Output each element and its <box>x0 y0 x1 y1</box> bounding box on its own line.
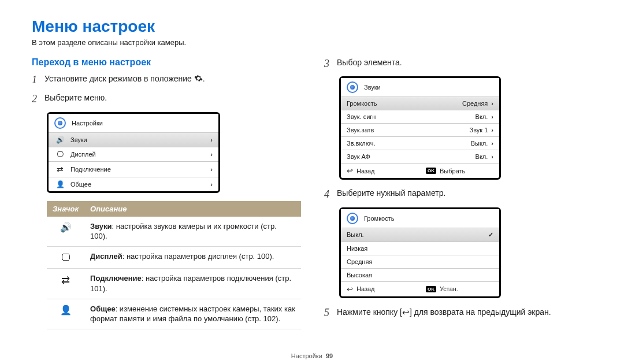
right-column: 3 Выбор элемента. Звуки Громкость Средня… <box>324 57 592 329</box>
step-number: 2 <box>32 92 44 106</box>
step-number: 4 <box>324 188 337 201</box>
step-5-suffix: ] для возврата на предыдущий экран. <box>410 307 551 317</box>
chevron-right-icon: › <box>491 100 493 107</box>
menu-item-connection[interactable]: Подключение › <box>49 161 218 177</box>
table-row: Подключение: настройка параметров подклю… <box>47 269 301 299</box>
step-number: 3 <box>324 57 337 70</box>
selector-icon <box>347 81 358 93</box>
step-3-text: Выбор элемента. <box>337 57 402 69</box>
step-1-text: Установите диск режимов в положение <box>44 74 192 83</box>
return-icon <box>402 307 410 317</box>
speaker-icon <box>47 217 84 247</box>
display-icon <box>54 150 66 158</box>
menu-item-display[interactable]: Дисплей › <box>49 147 218 161</box>
step-number: 5 <box>324 306 337 320</box>
general-icon <box>47 299 84 329</box>
chevron-right-icon: › <box>210 181 213 188</box>
back-button[interactable]: Назад <box>341 282 420 296</box>
step-1-suffix: . <box>203 74 205 83</box>
step-4: 4 Выберите нужный параметр. <box>324 188 592 201</box>
back-button[interactable]: Назад <box>341 164 420 178</box>
panel-settings: Настройки Звуки › Дисплей › Подключение … <box>47 112 220 193</box>
step-5-text: Нажмите кнопку [ <box>337 307 402 317</box>
icon-description-table: Значок Описание Звуки: настройка звуков … <box>47 201 301 329</box>
chevron-right-icon: › <box>210 136 213 143</box>
page-intro: В этом разделе описаны настройки камеры. <box>32 38 592 47</box>
panel-sounds: Звуки Громкость Средняя › Звук. сигн Вкл… <box>339 76 501 180</box>
step-1: 1 Установите диск режимов в положение . <box>32 73 301 87</box>
back-icon <box>347 285 353 294</box>
chevron-right-icon: › <box>491 127 493 133</box>
menu-item-general[interactable]: Общее › <box>49 177 218 191</box>
sound-row-shutter[interactable]: Звук.затв Звук 1 › <box>341 123 499 136</box>
table-row: Дисплей: настройка параметров дисплея (с… <box>47 246 301 269</box>
sound-row-beep[interactable]: Звук. сигн Вкл. › <box>341 110 499 123</box>
page-title: Меню настроек <box>32 17 592 36</box>
table-row: Общее: изменение системных настроек каме… <box>47 299 301 329</box>
chevron-right-icon: › <box>491 153 493 160</box>
section-subhead: Переход в меню настроек <box>32 57 301 68</box>
selector-icon <box>347 213 358 224</box>
display-icon <box>47 246 84 269</box>
check-icon: ✓ <box>488 231 493 239</box>
table-head-icon: Значок <box>47 201 84 217</box>
step-3: 3 Выбор элемента. <box>324 57 592 70</box>
connect-icon <box>47 269 84 299</box>
table-head-desc: Описание <box>84 201 301 217</box>
volume-option-high[interactable]: Высокая <box>341 268 499 281</box>
table-row: Звуки: настройка звуков камеры и их гром… <box>47 217 301 247</box>
step-2: 2 Выберите меню. <box>32 92 301 106</box>
step-2-text: Выберите меню. <box>44 92 107 104</box>
chevron-right-icon: › <box>491 140 493 147</box>
ok-icon: OK <box>426 168 436 174</box>
panel-a-title: Настройки <box>72 120 103 127</box>
sound-row-volume[interactable]: Громкость Средняя › <box>341 96 499 110</box>
step-5: 5 Нажмите кнопку [] для возврата на пред… <box>324 306 592 320</box>
step-number: 1 <box>32 73 44 87</box>
general-icon <box>54 180 66 188</box>
set-button[interactable]: OKУстан. <box>420 282 499 296</box>
sound-row-startup[interactable]: Зв.включ. Выкл. › <box>341 136 499 150</box>
chevron-right-icon: › <box>210 166 213 173</box>
page-footer: Настройки 99 <box>0 352 624 359</box>
menu-item-sounds[interactable]: Звуки › <box>49 132 218 147</box>
volume-option-medium[interactable]: Средняя <box>341 255 499 268</box>
left-column: Переход в меню настроек 1 Установите дис… <box>32 57 301 329</box>
volume-option-off[interactable]: Выкл. ✓ <box>341 228 499 242</box>
back-icon <box>347 166 353 175</box>
sound-row-af[interactable]: Звук АФ Вкл. › <box>341 150 499 163</box>
panel-volume: Громкость Выкл. ✓ Низкая Средняя Высокая… <box>339 207 501 298</box>
panel-b-title: Звуки <box>364 84 381 91</box>
select-button[interactable]: OKВыбрать <box>420 164 499 178</box>
chevron-right-icon: › <box>491 113 493 120</box>
chevron-right-icon: › <box>210 151 213 158</box>
gear-icon <box>194 74 203 86</box>
volume-option-low[interactable]: Низкая <box>341 242 499 255</box>
ok-icon: OK <box>426 286 436 292</box>
step-4-text: Выберите нужный параметр. <box>337 188 445 199</box>
speaker-icon <box>54 136 66 144</box>
panel-c-title: Громкость <box>364 215 394 222</box>
selector-icon <box>54 117 66 129</box>
connect-icon <box>54 165 66 174</box>
